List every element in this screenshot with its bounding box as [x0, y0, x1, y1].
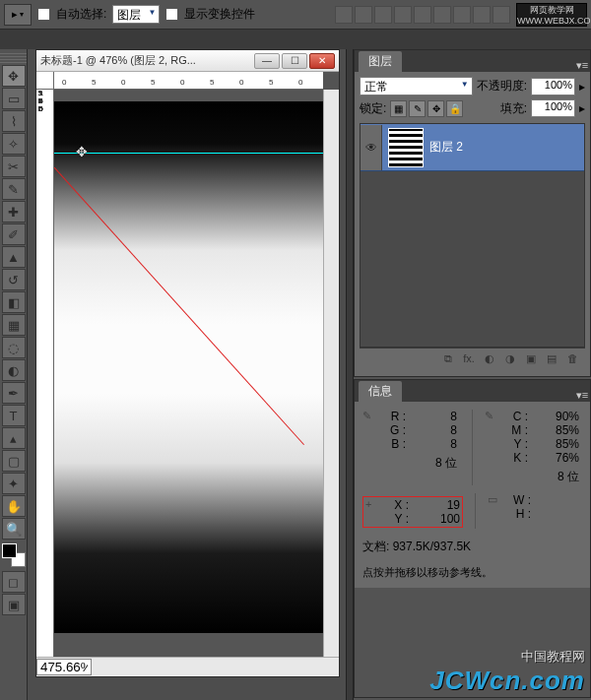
path-select-tool-icon[interactable]: ▴ — [2, 427, 26, 449]
info-m-value: 85% — [532, 423, 579, 437]
history-brush-tool-icon[interactable]: ↺ — [2, 269, 26, 290]
lock-position-icon[interactable]: ✥ — [427, 100, 444, 117]
layer-mask-icon[interactable]: ◐ — [481, 352, 498, 368]
logo-text-top: 网页教学网 — [517, 5, 586, 16]
horizontal-guide[interactable] — [54, 153, 323, 154]
marquee-tool-icon[interactable]: ▭ — [2, 88, 26, 109]
move-tool-icon[interactable]: ✥ — [2, 65, 26, 87]
fill-input[interactable]: 100% — [531, 99, 575, 117]
eyedropper-rgb-icon: ✎ — [362, 410, 378, 423]
document-window: 未标题-1 @ 476% (图层 2, RG... — ☐ ✕ 05050505… — [35, 49, 340, 677]
doc-size-label: 文档: — [362, 540, 389, 553]
window-titlebar[interactable]: 未标题-1 @ 476% (图层 2, RG... — ☐ ✕ — [36, 50, 339, 72]
fill-slider-icon[interactable]: ▸ — [579, 101, 585, 115]
opacity-label: 不透明度: — [477, 78, 527, 95]
document-title: 未标题-1 @ 476% (图层 2, RG... — [40, 53, 252, 68]
toolbox-handle[interactable] — [0, 53, 27, 63]
auto-select-mode-select[interactable]: 图层 — [112, 5, 160, 24]
horizontal-ruler[interactable]: 050505050 — [54, 72, 323, 90]
canvas[interactable]: ▲ ✥ — [54, 90, 323, 657]
watermark: 中国教程网 JCWcn.com — [429, 648, 585, 696]
align-icon[interactable] — [453, 6, 471, 24]
align-icon[interactable] — [374, 6, 392, 24]
blur-tool-icon[interactable]: ◌ — [2, 337, 26, 358]
layer-name-label[interactable]: 图层 2 — [429, 139, 463, 156]
align-icon[interactable] — [414, 6, 431, 24]
lock-transparency-icon[interactable]: ▦ — [390, 100, 407, 117]
delete-layer-icon[interactable]: 🗑 — [563, 352, 581, 368]
align-icon[interactable] — [355, 6, 372, 24]
document-tabs-row — [0, 30, 591, 49]
align-icon[interactable] — [335, 6, 353, 24]
vertical-ruler[interactable]: 9095100105110115120125130135140145150155… — [36, 90, 54, 657]
info-bits-right: 8 位 — [532, 469, 579, 485]
opacity-input[interactable]: 100% — [531, 78, 575, 95]
blend-mode-select[interactable]: 正常 — [360, 77, 473, 95]
align-icons-group — [335, 6, 510, 24]
align-icon[interactable] — [394, 6, 412, 24]
eraser-tool-icon[interactable]: ◧ — [2, 291, 26, 313]
auto-select-checkbox[interactable] — [37, 8, 50, 21]
type-tool-icon[interactable]: T — [2, 405, 26, 426]
layer-group-icon[interactable]: ▣ — [522, 352, 540, 368]
foreground-color-swatch[interactable] — [2, 543, 17, 558]
healing-brush-tool-icon[interactable]: ✚ — [2, 201, 26, 223]
align-icon[interactable] — [492, 6, 510, 24]
color-swatches[interactable] — [2, 543, 26, 567]
eyedropper-tool-icon[interactable]: ✎ — [2, 178, 26, 200]
annotation-arrow-icon: ▲ — [54, 147, 56, 160]
lock-all-icon[interactable]: 🔒 — [446, 100, 463, 117]
gradient-tool-icon[interactable]: ▦ — [2, 314, 26, 336]
zoom-tool-icon[interactable]: 🔍 — [2, 518, 26, 540]
new-layer-icon[interactable]: ▤ — [543, 352, 560, 368]
shape-tool-icon[interactable]: ▢ — [2, 450, 26, 472]
align-icon[interactable] — [433, 6, 451, 24]
minimize-button[interactable]: — — [254, 53, 280, 69]
vertical-scrollbar[interactable] — [323, 90, 339, 657]
layer-visibility-icon[interactable]: 👁 — [361, 125, 382, 170]
brush-tool-icon[interactable]: ✐ — [2, 223, 26, 245]
close-button[interactable]: ✕ — [309, 53, 335, 69]
crop-tool-icon[interactable]: ✂ — [2, 156, 26, 177]
quickmask-icon[interactable]: ◻ — [2, 571, 26, 593]
zoom-input[interactable] — [36, 659, 92, 675]
info-tab[interactable]: 信息 — [359, 381, 402, 402]
dodge-tool-icon[interactable]: ◐ — [2, 359, 26, 381]
link-layers-icon[interactable]: ⧉ — [439, 352, 457, 368]
screenmode-icon[interactable]: ▣ — [2, 594, 26, 615]
layer-thumbnail[interactable] — [388, 128, 424, 167]
hand-tool-icon[interactable]: ✋ — [2, 495, 26, 517]
layer-fx-icon[interactable]: fx. — [460, 352, 478, 368]
3d-tool-icon[interactable]: ✦ — [2, 473, 26, 494]
info-bits-left: 8 位 — [410, 455, 457, 472]
adjustment-layer-icon[interactable]: ◑ — [501, 352, 519, 368]
auto-select-label: 自动选择: — [56, 6, 106, 23]
show-transform-checkbox[interactable] — [165, 8, 178, 21]
pen-tool-icon[interactable]: ✒ — [2, 382, 26, 404]
layers-tab[interactable]: 图层 — [359, 51, 402, 72]
lock-label: 锁定: — [360, 100, 386, 117]
info-x-value: 19 — [413, 498, 460, 512]
move-tool-preset[interactable]: ▸▾ — [4, 4, 32, 26]
info-g-value: 8 — [410, 423, 457, 437]
lasso-tool-icon[interactable]: ⌇ — [2, 110, 26, 132]
layers-panel-buttons: ⧉ fx. ◐ ◑ ▣ ▤ 🗑 — [360, 348, 585, 371]
magic-wand-tool-icon[interactable]: ✧ — [2, 133, 26, 155]
ruler-corner[interactable] — [36, 72, 54, 90]
xy-highlight-box: +X :19 Y :100 — [362, 496, 463, 528]
panel-menu-icon[interactable]: ▾≡ — [574, 389, 590, 402]
panel-menu-icon[interactable]: ▾≡ — [574, 59, 590, 72]
info-hint-text: 点按并拖移以移动参考线。 — [362, 565, 582, 580]
layer-item[interactable]: 👁 图层 2 — [361, 124, 584, 171]
dock-strip[interactable] — [346, 49, 354, 700]
info-y-pos-value: 100 — [413, 512, 460, 526]
canvas-image — [54, 101, 323, 633]
stamp-tool-icon[interactable]: ▲ — [2, 246, 26, 268]
info-r-value: 8 — [410, 410, 457, 423]
lock-pixels-icon[interactable]: ✎ — [409, 100, 426, 117]
align-icon[interactable] — [473, 6, 491, 24]
move-cursor-icon: ✥ — [76, 144, 88, 159]
maximize-button[interactable]: ☐ — [282, 53, 307, 69]
opacity-slider-icon[interactable]: ▸ — [579, 80, 585, 94]
info-k-value: 76% — [532, 451, 579, 465]
